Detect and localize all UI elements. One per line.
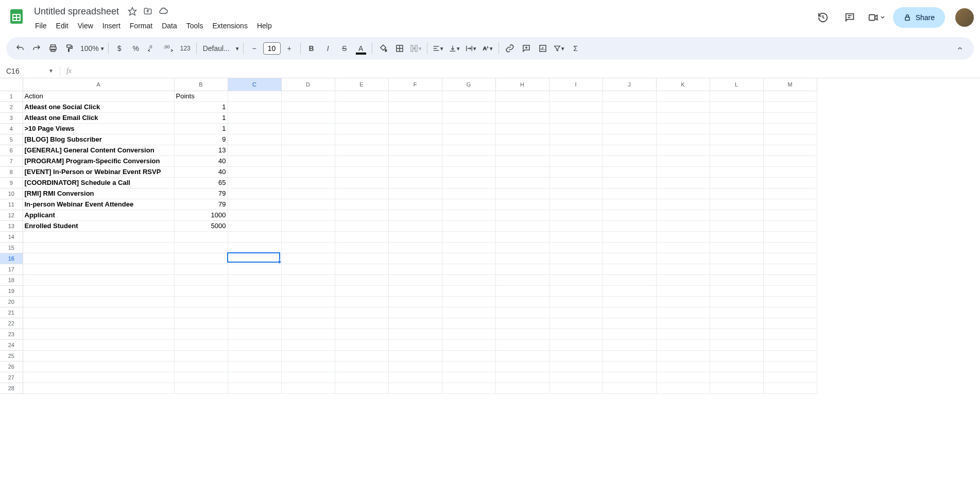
cell-E4[interactable] (335, 123, 388, 134)
cell-G17[interactable] (442, 264, 495, 274)
cell-D2[interactable] (281, 101, 335, 112)
cell-K28[interactable] (656, 383, 710, 393)
cell-A21[interactable] (23, 307, 174, 318)
cell-E24[interactable] (335, 339, 388, 350)
cell-B25[interactable] (174, 350, 228, 361)
column-header-J[interactable]: J (603, 78, 656, 91)
row-header-4[interactable]: 4 (0, 123, 23, 134)
cell-G16[interactable] (442, 253, 495, 264)
cell-H18[interactable] (495, 274, 549, 285)
cell-F2[interactable] (388, 101, 442, 112)
menu-help[interactable]: Help (253, 20, 276, 32)
cell-L15[interactable] (710, 242, 763, 253)
cell-M2[interactable] (763, 101, 817, 112)
cell-G12[interactable] (442, 210, 495, 220)
cell-J10[interactable] (603, 188, 656, 199)
cell-L12[interactable] (710, 210, 763, 220)
cell-A20[interactable] (23, 296, 174, 307)
cell-A13[interactable]: Enrolled Student (23, 220, 174, 231)
cell-C15[interactable] (228, 242, 281, 253)
fill-color-button[interactable] (375, 41, 391, 56)
menu-file[interactable]: File (31, 20, 51, 32)
formula-input[interactable] (75, 64, 980, 78)
cell-B2[interactable]: 1 (174, 101, 228, 112)
cell-A11[interactable]: In-person Webinar Event Attendee (23, 199, 174, 210)
more-formats-button[interactable]: 123 (178, 41, 193, 56)
cell-L3[interactable] (710, 112, 763, 123)
cell-B3[interactable]: 1 (174, 112, 228, 123)
row-header-24[interactable]: 24 (0, 339, 23, 350)
cell-I12[interactable] (549, 210, 603, 220)
cell-E3[interactable] (335, 112, 388, 123)
functions-button[interactable]: Σ (568, 41, 583, 56)
row-header-8[interactable]: 8 (0, 166, 23, 177)
cell-I5[interactable] (549, 134, 603, 145)
cell-H7[interactable] (495, 156, 549, 166)
cell-F24[interactable] (388, 339, 442, 350)
cell-H26[interactable] (495, 361, 549, 372)
column-header-B[interactable]: B (174, 78, 228, 91)
cell-C14[interactable] (228, 231, 281, 242)
toolbar-expand-button[interactable] (952, 41, 968, 56)
cell-F20[interactable] (388, 296, 442, 307)
cell-H21[interactable] (495, 307, 549, 318)
meet-button[interactable] (866, 7, 887, 28)
cell-H9[interactable] (495, 177, 549, 188)
font-size-input[interactable] (263, 42, 281, 55)
cell-C19[interactable] (228, 285, 281, 296)
row-header-15[interactable]: 15 (0, 242, 23, 253)
cell-J28[interactable] (603, 383, 656, 393)
cell-L4[interactable] (710, 123, 763, 134)
v-align-button[interactable]: ▼ (447, 41, 462, 56)
cell-G25[interactable] (442, 350, 495, 361)
cell-G26[interactable] (442, 361, 495, 372)
sheets-logo[interactable] (6, 6, 27, 27)
cell-F8[interactable] (388, 166, 442, 177)
percent-button[interactable]: % (128, 41, 144, 56)
cell-E26[interactable] (335, 361, 388, 372)
cell-B4[interactable]: 1 (174, 123, 228, 134)
cell-I16[interactable] (549, 253, 603, 264)
cell-M14[interactable] (763, 231, 817, 242)
cell-J16[interactable] (603, 253, 656, 264)
cell-D20[interactable] (281, 296, 335, 307)
row-header-19[interactable]: 19 (0, 285, 23, 296)
cell-C22[interactable] (228, 318, 281, 329)
cell-G28[interactable] (442, 383, 495, 393)
cell-D24[interactable] (281, 339, 335, 350)
column-header-G[interactable]: G (442, 78, 495, 91)
cell-L10[interactable] (710, 188, 763, 199)
cell-H2[interactable] (495, 101, 549, 112)
cell-M22[interactable] (763, 318, 817, 329)
cell-F10[interactable] (388, 188, 442, 199)
cell-F14[interactable] (388, 231, 442, 242)
cell-J1[interactable] (603, 91, 656, 101)
cell-J2[interactable] (603, 101, 656, 112)
cell-L16[interactable] (710, 253, 763, 264)
cell-F3[interactable] (388, 112, 442, 123)
row-header-1[interactable]: 1 (0, 91, 23, 101)
cell-G21[interactable] (442, 307, 495, 318)
cell-D3[interactable] (281, 112, 335, 123)
cell-G20[interactable] (442, 296, 495, 307)
cell-H6[interactable] (495, 145, 549, 156)
cell-F16[interactable] (388, 253, 442, 264)
row-header-7[interactable]: 7 (0, 156, 23, 166)
cell-D19[interactable] (281, 285, 335, 296)
cell-A27[interactable] (23, 372, 174, 383)
cell-I18[interactable] (549, 274, 603, 285)
rotate-button[interactable]: A▼ (480, 41, 495, 56)
cell-I28[interactable] (549, 383, 603, 393)
cell-D13[interactable] (281, 220, 335, 231)
star-icon[interactable] (127, 6, 137, 16)
cell-J20[interactable] (603, 296, 656, 307)
cell-H25[interactable] (495, 350, 549, 361)
cell-A12[interactable]: Applicant (23, 210, 174, 220)
row-header-10[interactable]: 10 (0, 188, 23, 199)
decrease-decimal-button[interactable]: .0 (145, 41, 160, 56)
cell-F1[interactable] (388, 91, 442, 101)
column-header-D[interactable]: D (281, 78, 335, 91)
cell-L1[interactable] (710, 91, 763, 101)
cell-A2[interactable]: Atleast one Social Click (23, 101, 174, 112)
cell-H12[interactable] (495, 210, 549, 220)
